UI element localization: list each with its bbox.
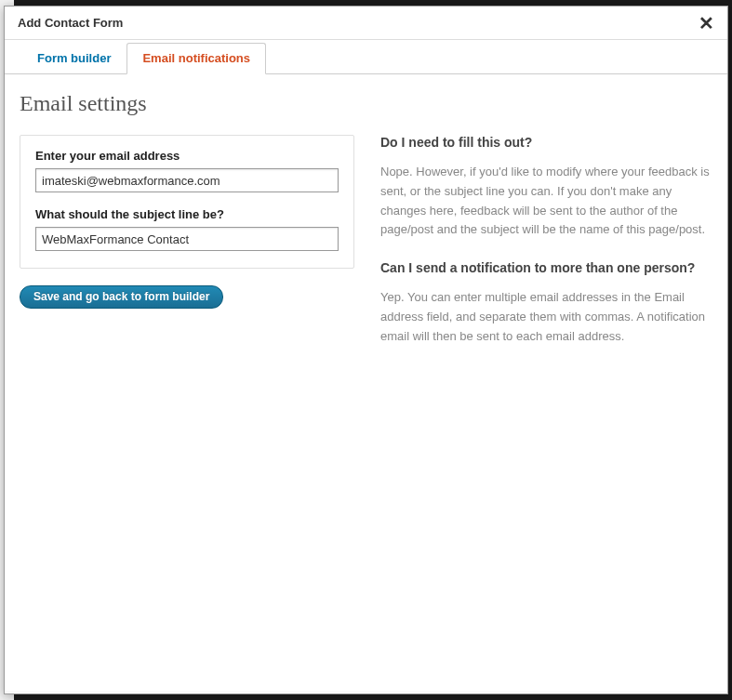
email-field[interactable]: [35, 168, 339, 192]
modal-title: Add Contact Form: [18, 16, 123, 30]
modal-header: Add Contact Form ✕: [5, 7, 727, 40]
help-question-2: Can I send a notification to more than o…: [380, 260, 712, 275]
close-icon[interactable]: ✕: [695, 12, 718, 34]
email-settings-box: Enter your email address What should the…: [20, 135, 354, 269]
help-answer-2: Yep. You can enter multiple email addres…: [380, 288, 712, 346]
subject-field[interactable]: [35, 227, 339, 251]
save-button-label: Save and go back to form builder: [33, 290, 209, 303]
settings-column: Enter your email address What should the…: [20, 135, 354, 367]
help-column: Do I need to fill this out? Nope. Howeve…: [380, 135, 712, 367]
content-columns: Enter your email address What should the…: [5, 135, 727, 367]
modal-body[interactable]: Form builder Email notifications Email s…: [5, 40, 727, 693]
page-title: Email settings: [5, 74, 727, 135]
tab-label: Form builder: [37, 51, 111, 65]
save-button[interactable]: Save and go back to form builder: [20, 285, 223, 309]
tab-label: Email notifications: [142, 51, 250, 65]
subject-label: What should the subject line be?: [35, 207, 339, 221]
add-contact-form-modal: Add Contact Form ✕ Form builder Email no…: [4, 6, 728, 694]
help-question-1: Do I need to fill this out?: [380, 135, 712, 150]
tab-divider: [5, 73, 727, 74]
tab-email-notifications[interactable]: Email notifications: [126, 43, 266, 74]
email-label: Enter your email address: [35, 149, 339, 163]
help-answer-1: Nope. However, if you'd like to modify w…: [380, 163, 712, 240]
tab-bar: Form builder Email notifications: [5, 40, 727, 74]
tab-form-builder[interactable]: Form builder: [21, 43, 126, 74]
